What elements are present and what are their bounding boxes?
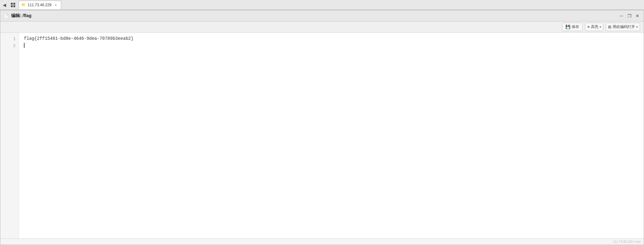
left-arrow-icon: ◀ [3, 2, 6, 7]
tab-label: 111.73.46.229 [28, 3, 52, 7]
grid-icon [11, 2, 16, 7]
tab-111-73-46-229[interactable]: 📁 111.73.46.229 × [19, 1, 61, 9]
save-button[interactable]: 💾 保存 [562, 23, 583, 31]
editor-window: 📄 编辑: /flag ─ ❐ ✕ 💾 保存 ≡ 高亮 ▾ ⊞ 用此编码打开 ▾… [0, 10, 644, 245]
editor-statusbar: 111.73.46.229 / root [0, 238, 644, 245]
tab-grid-button[interactable] [9, 1, 17, 9]
svg-rect-1 [13, 3, 15, 5]
restore-button[interactable]: ❐ [626, 13, 633, 19]
highlight-label: 高亮 [591, 24, 598, 30]
save-icon: 💾 [565, 25, 570, 29]
highlight-icon: ≡ [587, 25, 590, 29]
open-with-icon: ⊞ [608, 25, 611, 29]
editor-title: 编辑: /flag [11, 13, 31, 19]
editor-titlebar-left: 📄 编辑: /flag [3, 13, 31, 19]
code-area[interactable]: flag{2ff15461-bd8e-4646-9dea-70789b3eeab… [19, 33, 644, 238]
highlight-dropdown[interactable]: ≡ 高亮 ▾ [585, 23, 603, 31]
svg-rect-0 [11, 3, 13, 5]
editor-titlebar: 📄 编辑: /flag ─ ❐ ✕ [0, 10, 644, 21]
code-line-1: flag{2ff15461-bd8e-4646-9dea-70789b3eeab… [24, 35, 644, 42]
svg-rect-3 [13, 5, 15, 7]
close-button[interactable]: ✕ [634, 13, 641, 19]
tab-folder-icon: 📁 [21, 3, 26, 7]
editor-titlebar-right: ─ ❐ ✕ [618, 13, 641, 19]
open-with-label: 用此编码打开 [613, 24, 635, 30]
tab-bar-left-arrow[interactable]: ◀ [1, 1, 7, 9]
code-line-1-content: flag{2ff15461-bd8e-4646-9dea-70789b3eeab… [24, 36, 134, 41]
statusbar-watermark: 111.73.46.229 / root [613, 240, 641, 243]
code-line-2 [24, 42, 644, 49]
highlight-dropdown-arrow: ▾ [600, 25, 601, 29]
editor-content[interactable]: 1 2 flag{2ff15461-bd8e-4646-9dea-70789b3… [0, 33, 644, 238]
open-with-dropdown[interactable]: ⊞ 用此编码打开 ▾ [606, 23, 640, 31]
save-label: 保存 [572, 24, 579, 30]
open-with-dropdown-arrow: ▾ [636, 25, 638, 29]
line-number-2: 2 [13, 42, 16, 49]
tab-bar: ◀ 📁 111.73.46.229 × [0, 0, 644, 10]
svg-rect-2 [11, 5, 13, 7]
line-number-1: 1 [13, 35, 16, 42]
tab-close-button[interactable]: × [53, 2, 58, 7]
minimize-button[interactable]: ─ [618, 13, 624, 19]
line-numbers: 1 2 [0, 33, 19, 238]
editor-toolbar: 💾 保存 ≡ 高亮 ▾ ⊞ 用此编码打开 ▾ [0, 21, 644, 33]
editor-title-icon: 📄 [3, 13, 9, 18]
text-cursor [24, 43, 25, 48]
